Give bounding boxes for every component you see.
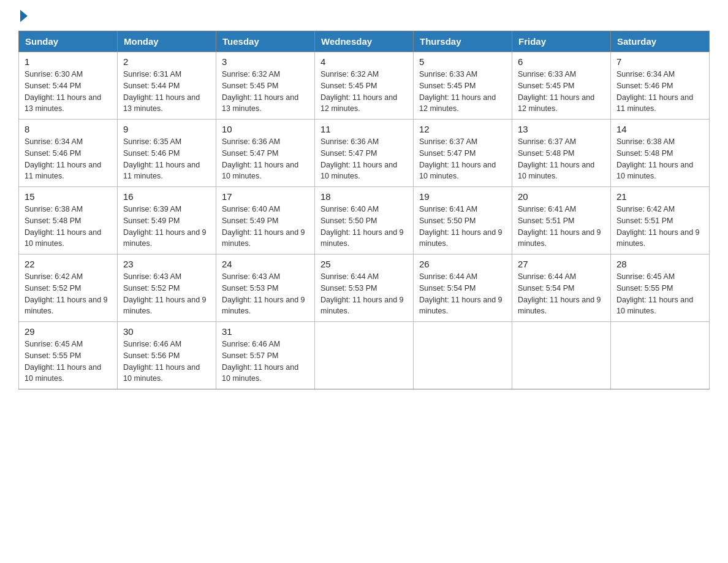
calendar-table: SundayMondayTuesdayWednesdayThursdayFrid… [18, 31, 710, 389]
calendar-cell [315, 322, 414, 389]
day-info: Sunrise: 6:34 AMSunset: 5:46 PMDaylight:… [616, 70, 693, 113]
day-info: Sunrise: 6:35 AMSunset: 5:46 PMDaylight:… [123, 137, 200, 180]
calendar-week-3: 15 Sunrise: 6:38 AMSunset: 5:48 PMDaylig… [19, 187, 710, 255]
calendar-cell: 4 Sunrise: 6:32 AMSunset: 5:45 PMDayligh… [315, 52, 414, 120]
day-number: 14 [616, 124, 703, 134]
day-info: Sunrise: 6:36 AMSunset: 5:47 PMDaylight:… [320, 137, 397, 180]
calendar-cell: 26 Sunrise: 6:44 AMSunset: 5:54 PMDaylig… [414, 255, 512, 322]
day-number: 23 [123, 259, 210, 269]
calendar-cell: 13 Sunrise: 6:37 AMSunset: 5:48 PMDaylig… [512, 120, 611, 187]
page-header [18, 12, 710, 20]
calendar-cell: 25 Sunrise: 6:44 AMSunset: 5:53 PMDaylig… [315, 255, 414, 322]
day-info: Sunrise: 6:32 AMSunset: 5:45 PMDaylight:… [320, 70, 397, 113]
day-info: Sunrise: 6:40 AMSunset: 5:49 PMDaylight:… [222, 205, 305, 248]
day-number: 19 [419, 191, 506, 202]
calendar-cell: 29 Sunrise: 6:45 AMSunset: 5:55 PMDaylig… [19, 322, 118, 389]
calendar-cell: 6 Sunrise: 6:33 AMSunset: 5:45 PMDayligh… [512, 52, 611, 120]
calendar-cell: 31 Sunrise: 6:46 AMSunset: 5:57 PMDaylig… [216, 322, 315, 389]
day-number: 11 [320, 124, 408, 134]
calendar-cell: 3 Sunrise: 6:32 AMSunset: 5:45 PMDayligh… [216, 52, 315, 120]
column-header-monday: Monday [118, 31, 216, 52]
calendar-cell: 19 Sunrise: 6:41 AMSunset: 5:50 PMDaylig… [414, 187, 512, 255]
calendar-cell: 17 Sunrise: 6:40 AMSunset: 5:49 PMDaylig… [216, 187, 315, 255]
day-info: Sunrise: 6:37 AMSunset: 5:47 PMDaylight:… [419, 137, 496, 180]
day-number: 5 [419, 56, 506, 67]
calendar-week-1: 1 Sunrise: 6:30 AMSunset: 5:44 PMDayligh… [19, 52, 710, 120]
column-header-friday: Friday [512, 31, 611, 52]
day-number: 31 [222, 326, 309, 337]
calendar-cell [512, 322, 611, 389]
day-info: Sunrise: 6:44 AMSunset: 5:54 PMDaylight:… [518, 272, 601, 315]
column-header-sunday: Sunday [19, 31, 118, 52]
calendar-cell: 12 Sunrise: 6:37 AMSunset: 5:47 PMDaylig… [414, 120, 512, 187]
calendar-cell: 11 Sunrise: 6:36 AMSunset: 5:47 PMDaylig… [315, 120, 414, 187]
day-info: Sunrise: 6:42 AMSunset: 5:52 PMDaylight:… [25, 272, 108, 315]
day-number: 1 [25, 56, 112, 67]
day-info: Sunrise: 6:39 AMSunset: 5:49 PMDaylight:… [123, 205, 207, 248]
day-number: 15 [25, 191, 112, 202]
calendar-cell: 8 Sunrise: 6:34 AMSunset: 5:46 PMDayligh… [19, 120, 118, 187]
day-number: 29 [25, 326, 112, 337]
day-number: 8 [25, 124, 112, 134]
day-info: Sunrise: 6:44 AMSunset: 5:54 PMDaylight:… [419, 272, 502, 315]
day-info: Sunrise: 6:42 AMSunset: 5:51 PMDaylight:… [616, 205, 700, 248]
day-info: Sunrise: 6:40 AMSunset: 5:50 PMDaylight:… [320, 205, 404, 248]
calendar-cell: 23 Sunrise: 6:43 AMSunset: 5:52 PMDaylig… [118, 255, 216, 322]
calendar-cell: 2 Sunrise: 6:31 AMSunset: 5:44 PMDayligh… [118, 52, 216, 120]
calendar-cell: 7 Sunrise: 6:34 AMSunset: 5:46 PMDayligh… [611, 52, 710, 120]
day-info: Sunrise: 6:43 AMSunset: 5:53 PMDaylight:… [222, 272, 305, 315]
calendar-cell: 20 Sunrise: 6:41 AMSunset: 5:51 PMDaylig… [512, 187, 611, 255]
day-info: Sunrise: 6:30 AMSunset: 5:44 PMDaylight:… [25, 70, 101, 113]
day-number: 13 [518, 124, 605, 134]
calendar-header-row: SundayMondayTuesdayWednesdayThursdayFrid… [19, 31, 710, 52]
day-number: 27 [518, 259, 605, 269]
day-number: 20 [518, 191, 605, 202]
calendar-cell: 18 Sunrise: 6:40 AMSunset: 5:50 PMDaylig… [315, 187, 414, 255]
calendar-week-4: 22 Sunrise: 6:42 AMSunset: 5:52 PMDaylig… [19, 255, 710, 322]
day-info: Sunrise: 6:32 AMSunset: 5:45 PMDaylight:… [222, 70, 298, 113]
calendar-cell [611, 322, 710, 389]
day-number: 28 [616, 259, 703, 269]
day-number: 21 [616, 191, 703, 202]
day-number: 30 [123, 326, 210, 337]
calendar-cell: 16 Sunrise: 6:39 AMSunset: 5:49 PMDaylig… [118, 187, 216, 255]
day-info: Sunrise: 6:45 AMSunset: 5:55 PMDaylight:… [616, 272, 693, 315]
calendar-cell [414, 322, 512, 389]
column-header-wednesday: Wednesday [315, 31, 414, 52]
calendar-week-2: 8 Sunrise: 6:34 AMSunset: 5:46 PMDayligh… [19, 120, 710, 187]
calendar-cell: 5 Sunrise: 6:33 AMSunset: 5:45 PMDayligh… [414, 52, 512, 120]
day-number: 3 [222, 56, 309, 67]
day-info: Sunrise: 6:43 AMSunset: 5:52 PMDaylight:… [123, 272, 207, 315]
day-number: 12 [419, 124, 506, 134]
day-info: Sunrise: 6:45 AMSunset: 5:55 PMDaylight:… [25, 340, 101, 383]
day-number: 16 [123, 191, 210, 202]
day-info: Sunrise: 6:41 AMSunset: 5:50 PMDaylight:… [419, 205, 502, 248]
day-number: 24 [222, 259, 309, 269]
day-info: Sunrise: 6:46 AMSunset: 5:56 PMDaylight:… [123, 340, 200, 383]
day-number: 26 [419, 259, 506, 269]
day-number: 10 [222, 124, 309, 134]
day-info: Sunrise: 6:33 AMSunset: 5:45 PMDaylight:… [518, 70, 594, 113]
day-number: 18 [320, 191, 408, 202]
calendar-week-5: 29 Sunrise: 6:45 AMSunset: 5:55 PMDaylig… [19, 322, 710, 389]
column-header-tuesday: Tuesday [216, 31, 315, 52]
day-number: 2 [123, 56, 210, 67]
calendar-cell: 9 Sunrise: 6:35 AMSunset: 5:46 PMDayligh… [118, 120, 216, 187]
calendar-cell: 10 Sunrise: 6:36 AMSunset: 5:47 PMDaylig… [216, 120, 315, 187]
calendar-cell: 28 Sunrise: 6:45 AMSunset: 5:55 PMDaylig… [611, 255, 710, 322]
calendar-cell: 30 Sunrise: 6:46 AMSunset: 5:56 PMDaylig… [118, 322, 216, 389]
logo-arrow-icon [20, 10, 28, 22]
calendar-cell: 1 Sunrise: 6:30 AMSunset: 5:44 PMDayligh… [19, 52, 118, 120]
calendar-cell: 21 Sunrise: 6:42 AMSunset: 5:51 PMDaylig… [611, 187, 710, 255]
day-info: Sunrise: 6:34 AMSunset: 5:46 PMDaylight:… [25, 137, 101, 180]
logo [18, 12, 28, 20]
day-info: Sunrise: 6:44 AMSunset: 5:53 PMDaylight:… [320, 272, 404, 315]
calendar-cell: 14 Sunrise: 6:38 AMSunset: 5:48 PMDaylig… [611, 120, 710, 187]
day-info: Sunrise: 6:31 AMSunset: 5:44 PMDaylight:… [123, 70, 200, 113]
calendar-cell: 22 Sunrise: 6:42 AMSunset: 5:52 PMDaylig… [19, 255, 118, 322]
day-info: Sunrise: 6:38 AMSunset: 5:48 PMDaylight:… [616, 137, 693, 180]
calendar-cell: 27 Sunrise: 6:44 AMSunset: 5:54 PMDaylig… [512, 255, 611, 322]
calendar-cell: 15 Sunrise: 6:38 AMSunset: 5:48 PMDaylig… [19, 187, 118, 255]
day-number: 9 [123, 124, 210, 134]
column-header-saturday: Saturday [611, 31, 710, 52]
